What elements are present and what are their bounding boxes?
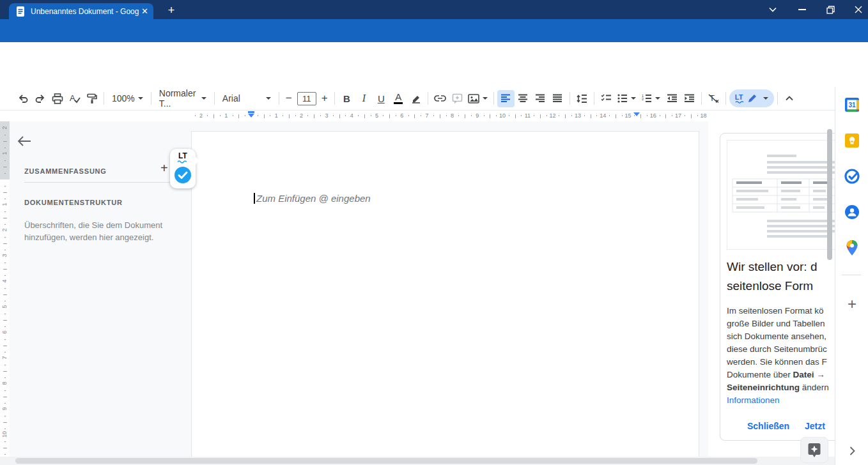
- placeholder-text: Zum Einfügen @ eingeben: [256, 193, 371, 204]
- strip-divider: [842, 275, 861, 275]
- add-comment-button[interactable]: [449, 90, 466, 107]
- outline-empty-line: Überschriften, die Sie dem Dokument: [24, 219, 173, 231]
- ruler-number: 17: [675, 112, 681, 119]
- promo-body-text: Im seitenlosen Format kögroße Bilder und…: [727, 305, 835, 407]
- languagetool-toolbar-button[interactable]: LT: [729, 89, 774, 107]
- promo-body-line: werden. Sie können das F: [727, 356, 835, 369]
- italic-button[interactable]: I: [355, 90, 373, 107]
- google-maps-icon[interactable]: [844, 240, 860, 255]
- numbered-list-button[interactable]: 12: [639, 90, 663, 107]
- browser-tab[interactable]: Unbenanntes Dokument - Googl ✕: [9, 3, 153, 19]
- align-justify-button[interactable]: [549, 90, 566, 107]
- tab-title: Unbenanntes Dokument - Googl: [31, 7, 139, 16]
- right-indent-marker[interactable]: [633, 112, 640, 116]
- first-line-indent-marker[interactable]: [248, 111, 254, 113]
- promo-try-button[interactable]: Jetzt: [805, 421, 825, 431]
- close-window-button[interactable]: [848, 0, 868, 19]
- ruler-number: 16: [650, 112, 656, 119]
- tab-close-icon[interactable]: ✕: [141, 7, 148, 15]
- ruler-number: 9: [1, 405, 8, 413]
- restore-button[interactable]: [819, 0, 841, 19]
- outline-empty-text: Überschriften, die Sie dem Dokumenthinzu…: [24, 219, 173, 243]
- promo-body-line: große Bilder und Tabellen: [727, 317, 835, 330]
- google-tasks-icon[interactable]: [844, 169, 860, 184]
- ruler-number: 11: [525, 112, 531, 119]
- decrease-indent-button[interactable]: [663, 90, 681, 107]
- promo-heading: Wir stellen vor: dseitenlose Form: [727, 257, 835, 296]
- zoom-select[interactable]: 100%: [107, 90, 148, 107]
- promo-side-panel: Wir stellen vor: dseitenlose Form Im sei…: [708, 121, 835, 457]
- google-apps-strip: 31 +: [835, 87, 868, 465]
- minimize-button[interactable]: [791, 0, 813, 19]
- ruler-number: 4: [1, 277, 8, 285]
- tab-search-icon[interactable]: [762, 0, 784, 19]
- checklist-button[interactable]: [598, 90, 615, 107]
- undo-button[interactable]: [14, 90, 31, 107]
- horizontal-scrollbar[interactable]: [0, 457, 835, 465]
- ruler-number: 2: [300, 112, 303, 119]
- promo-body-line: Dokumente über Datei →: [727, 369, 835, 381]
- spellcheck-button[interactable]: A: [66, 90, 83, 107]
- bulleted-list-button[interactable]: [615, 90, 639, 107]
- print-button[interactable]: [49, 90, 66, 107]
- check-status-icon[interactable]: [174, 167, 191, 183]
- highlight-color-button[interactable]: [407, 90, 424, 107]
- browser-titlebar: Unbenanntes Dokument - Googl ✕ +: [0, 0, 868, 19]
- clear-formatting-button[interactable]: T: [705, 90, 722, 107]
- svg-text:2: 2: [642, 97, 644, 101]
- promo-info-link[interactable]: Informationen: [727, 394, 835, 407]
- text-cursor: [254, 193, 255, 204]
- promo-body-line: sich Dokumente ansehen,: [727, 330, 835, 343]
- svg-text:31: 31: [848, 102, 856, 109]
- horizontal-scrollbar-thumb[interactable]: [15, 458, 757, 464]
- languagetool-widget[interactable]: LT: [170, 149, 196, 188]
- align-left-button[interactable]: [497, 90, 515, 107]
- google-contacts-icon[interactable]: [844, 204, 860, 220]
- languagetool-logo-icon: LT: [177, 153, 189, 164]
- ruler-number: 1: [224, 112, 228, 119]
- font-select[interactable]: Arial: [218, 90, 275, 107]
- add-summary-button[interactable]: +: [160, 161, 168, 176]
- font-size-input[interactable]: 11: [297, 92, 316, 105]
- line-spacing-button[interactable]: [573, 90, 591, 107]
- pencil-icon: [748, 94, 757, 103]
- promo-close-button[interactable]: Schließen: [747, 421, 789, 431]
- outline-panel: ZUSAMMENFASSUNG + DOKUMENTENSTRUKTUR Übe…: [10, 121, 181, 457]
- ruler-number: 3: [325, 112, 328, 119]
- bold-button[interactable]: B: [338, 90, 355, 107]
- explore-button[interactable]: [800, 437, 828, 463]
- vertical-ruler[interactable]: 2112345678910: [0, 121, 10, 457]
- ruler-number: 2: [1, 226, 8, 234]
- docs-toolbar: A 100% Normaler T... Arial − 11 + B I U …: [0, 87, 835, 111]
- google-calendar-icon[interactable]: 31: [844, 97, 860, 112]
- google-keep-icon[interactable]: [844, 133, 860, 148]
- hide-panel-chevron-icon[interactable]: [844, 443, 860, 459]
- paragraph-style-select[interactable]: Normaler T...: [155, 90, 211, 107]
- get-addons-icon[interactable]: +: [844, 296, 860, 312]
- left-indent-marker[interactable]: [248, 114, 254, 118]
- new-tab-button[interactable]: +: [165, 4, 178, 17]
- outline-empty-line: hinzufügen, werden hier angezeigt.: [24, 231, 173, 243]
- align-center-button[interactable]: [515, 90, 532, 107]
- paint-format-button[interactable]: [83, 90, 100, 107]
- increase-indent-button[interactable]: [681, 90, 698, 107]
- ruler-number: 4: [350, 112, 353, 119]
- align-right-button[interactable]: [532, 90, 549, 107]
- document-page[interactable]: Zum Einfügen @ eingeben: [191, 131, 699, 457]
- decrease-font-size-button[interactable]: −: [283, 90, 295, 107]
- redo-button[interactable]: [31, 90, 49, 107]
- ruler-number: 10: [1, 431, 8, 438]
- hide-menus-button[interactable]: [781, 90, 798, 107]
- panel-scrollbar[interactable]: [827, 129, 832, 260]
- ruler-number: 1: [1, 149, 8, 157]
- horizontal-ruler[interactable]: 21123456789101112131415161718: [0, 111, 868, 121]
- close-outline-back-icon[interactable]: [17, 135, 31, 147]
- underline-button[interactable]: U: [373, 90, 390, 107]
- ruler-number: 18: [700, 112, 706, 119]
- ruler-number: 15: [624, 112, 631, 119]
- insert-image-button[interactable]: [466, 90, 490, 107]
- increase-font-size-button[interactable]: +: [318, 90, 331, 107]
- browser-toolbar: docs.google.com/document/d/1Bxt2D1-WI-4K…: [0, 19, 868, 42]
- insert-link-button[interactable]: [431, 90, 449, 107]
- text-color-button[interactable]: A: [390, 90, 407, 107]
